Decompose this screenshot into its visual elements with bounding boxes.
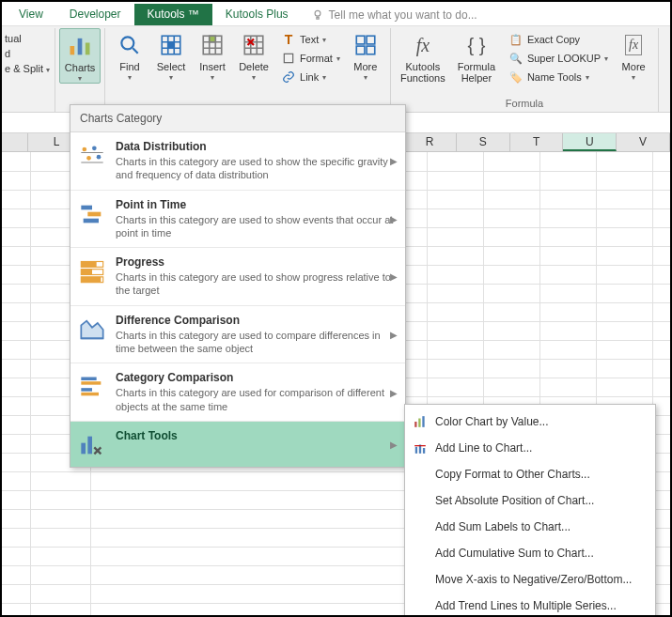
partial-item-3[interactable]: e & Split ▾ <box>2 61 53 76</box>
chevron-right-icon: ▶ <box>390 156 398 166</box>
delete-cells-icon <box>240 31 268 59</box>
more-button-2[interactable]: fx More ▾ <box>613 28 654 82</box>
svg-rect-3 <box>86 43 90 55</box>
charts-button[interactable]: Charts ▾ <box>59 28 101 84</box>
fx-more-icon: fx <box>619 31 648 59</box>
submenu-label: Add Sum Labels to Chart... <box>435 520 570 533</box>
tab-kutools[interactable]: Kutools ™ <box>134 4 212 25</box>
grouped-bars-icon <box>78 373 106 401</box>
svg-rect-29 <box>81 382 101 386</box>
tell-me-search[interactable]: Tell me what you want to do... <box>302 5 487 25</box>
ribbon: tual d e & Split ▾ Charts ▾ Find ▾ S <box>2 26 670 113</box>
format-button[interactable]: Format ▾ <box>278 49 343 68</box>
delete-label: Delete <box>239 61 269 72</box>
submenu-add-line[interactable]: Add Line to Chart... <box>405 435 655 461</box>
svg-rect-14 <box>367 46 375 54</box>
partial-item-1[interactable]: tual <box>2 31 53 46</box>
dd-title: Data Distribution <box>116 140 396 153</box>
col-U[interactable]: U <box>563 133 617 151</box>
dd-title: Difference Comparison <box>116 314 396 327</box>
svg-rect-23 <box>81 262 96 268</box>
partial-item-2[interactable]: d <box>2 46 53 61</box>
grid-more-icon <box>352 31 380 59</box>
dd-title: Category Comparison <box>116 371 396 384</box>
menu-category-comparison[interactable]: Category ComparisonCharts in this catego… <box>70 363 405 422</box>
ribbon-left-partial: tual d e & Split ▾ <box>2 28 55 112</box>
grid-select-icon <box>157 31 185 59</box>
submenu-label: Add Trend Lines to Multiple Series... <box>435 599 617 612</box>
submenu-label: Add Line to Chart... <box>435 441 532 455</box>
dd-desc: Charts in this category are used to comp… <box>116 329 396 356</box>
chevron-right-icon: ▶ <box>390 439 398 449</box>
submenu-color-by-value[interactable]: Color Chart by Value... <box>405 409 655 435</box>
submenu-absolute-position[interactable]: Set Absolute Position of Chart... <box>405 487 655 514</box>
tab-kutools-plus[interactable]: Kutools Plus <box>212 4 302 25</box>
more1-label: More <box>353 61 377 72</box>
svg-rect-2 <box>78 39 83 55</box>
bars-colored-icon <box>413 414 428 429</box>
group-label-formula: Formula <box>395 96 654 112</box>
copy-icon: 📋 <box>508 32 524 47</box>
submenu-copy-format[interactable]: Copy Format to Other Charts... <box>405 461 655 487</box>
dd-desc: Charts in this category are used to show… <box>116 213 396 240</box>
menu-progress[interactable]: ProgressCharts in this category are used… <box>70 248 405 306</box>
col-V[interactable]: V <box>617 133 670 151</box>
super-lookup-button[interactable]: 🔍Super LOOKUP ▾ <box>506 49 611 68</box>
svg-point-16 <box>92 147 97 151</box>
svg-rect-19 <box>81 205 92 209</box>
submenu-label: Set Absolute Position of Chart... <box>435 494 594 507</box>
svg-point-0 <box>315 10 320 16</box>
charts-label: Charts <box>65 62 95 73</box>
find-button[interactable]: Find ▾ <box>109 28 150 82</box>
svg-rect-31 <box>81 393 99 396</box>
menu-data-distribution[interactable]: Data DistributionCharts in this category… <box>70 132 405 191</box>
delete-button[interactable]: Delete ▾ <box>233 28 274 82</box>
svg-rect-8 <box>210 36 216 42</box>
col-S[interactable]: S <box>457 133 510 151</box>
svg-rect-1 <box>70 46 75 54</box>
format-icon <box>281 51 296 66</box>
chevron-right-icon: ▶ <box>390 387 398 397</box>
submenu-trend-lines[interactable]: Add Trend Lines to Multiple Series... <box>405 593 655 617</box>
timeline-icon <box>78 200 106 228</box>
submenu-move-xaxis[interactable]: Move X-axis to Negative/Zero/Bottom... <box>405 566 655 593</box>
menu-chart-tools[interactable]: Chart Tools ▶ <box>70 422 405 467</box>
chevron-down-icon: ▾ <box>78 74 82 83</box>
select-button[interactable]: Select ▾ <box>150 28 192 82</box>
link-button[interactable]: Link ▾ <box>278 68 343 86</box>
exact-copy-button[interactable]: 📋Exact Copy <box>506 30 611 49</box>
formula-helper-button[interactable]: { } Formula Helper <box>451 28 502 84</box>
lightbulb-icon <box>311 8 324 22</box>
svg-rect-28 <box>81 378 96 381</box>
magnifier-icon <box>116 31 144 59</box>
menu-point-in-time[interactable]: Point in TimeCharts in this category are… <box>70 191 405 249</box>
text-button[interactable]: TText ▾ <box>278 30 343 49</box>
dd-desc: Charts in this category are used for com… <box>116 386 396 413</box>
svg-rect-35 <box>418 419 420 427</box>
kutools-functions-button[interactable]: fx Kutools Functions <box>395 28 451 84</box>
fx-icon: fx <box>409 31 437 59</box>
name-tools-button[interactable]: 🏷️Name Tools ▾ <box>506 68 611 86</box>
insert-button[interactable]: Insert ▾ <box>192 28 233 82</box>
col-gutter[interactable] <box>2 133 28 151</box>
svg-rect-11 <box>356 36 365 44</box>
svg-rect-39 <box>423 448 425 454</box>
chevron-right-icon: ▶ <box>390 213 398 224</box>
svg-rect-13 <box>356 46 365 54</box>
menu-difference-comparison[interactable]: Difference ComparisonCharts in this cate… <box>70 306 405 364</box>
tab-developer[interactable]: Developer <box>56 4 134 25</box>
col-R[interactable]: R <box>403 133 457 151</box>
formula-helper-label: Formula Helper <box>458 61 495 84</box>
text-icon: T <box>281 32 296 47</box>
tab-view[interactable]: View <box>6 4 56 25</box>
submenu-sum-labels[interactable]: Add Sum Labels to Chart... <box>405 514 655 540</box>
chevron-right-icon: ▶ <box>390 330 398 340</box>
svg-rect-33 <box>87 437 92 455</box>
more-button-1[interactable]: More ▾ <box>345 28 386 82</box>
col-T[interactable]: T <box>510 133 564 151</box>
submenu-cumulative-sum[interactable]: Add Cumulative Sum to Chart... <box>405 540 655 566</box>
insert-label: Insert <box>199 61 226 72</box>
svg-rect-36 <box>422 416 424 427</box>
lookup-icon: 🔍 <box>508 51 524 66</box>
select-label: Select <box>157 61 186 72</box>
